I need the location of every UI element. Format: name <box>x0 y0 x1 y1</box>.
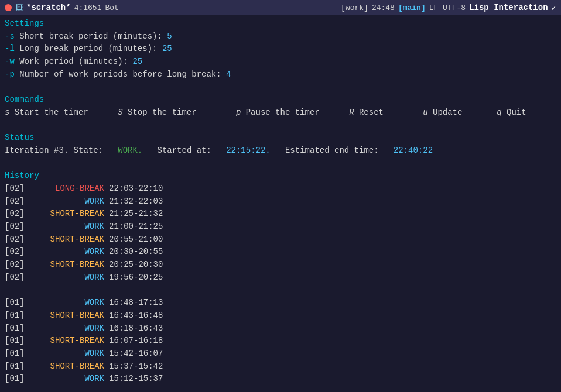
history-row: [02]SHORT-BREAK20:55-21:00 <box>5 233 556 246</box>
history-blank-line <box>5 284 556 297</box>
status-detail: Iteration #3. State: WORK. Started at: 2… <box>5 145 556 157</box>
blank-line-3 <box>5 157 556 170</box>
history-type: LONG-BREAK <box>28 183 104 195</box>
title-bar: 🖾 *scratch* 4:1651 Bot [work] 24:48 [mai… <box>0 0 561 15</box>
history-index: [02] <box>5 246 28 259</box>
history-row: [02]WORK20:30-20:55 <box>5 246 556 259</box>
history-time: 16:43-16:48 <box>109 310 163 322</box>
periods-setting: -p Number of work periods before long br… <box>5 68 556 81</box>
history-index: [02] <box>5 208 28 221</box>
cmd-key-S[interactable]: S <box>118 106 122 119</box>
mode-indicator: Bot <box>105 4 118 12</box>
history-type: SHORT-BREAK <box>28 310 104 322</box>
history-row: [01]WORK16:18-16:43 <box>5 322 556 335</box>
history-time: 15:42-16:07 <box>109 348 163 360</box>
history-row: [02]WORK19:56-20:25 <box>5 271 556 284</box>
cmd-key-p[interactable]: p <box>236 106 241 119</box>
history-type: SHORT-BREAK <box>28 208 104 221</box>
history-type: WORK <box>28 271 104 284</box>
history-time: 16:18-16:43 <box>109 322 163 335</box>
history-index: [01] <box>5 297 28 310</box>
history-rows: [02]LONG-BREAK22:03-22:10[02]WORK21:32-2… <box>5 183 556 386</box>
settings-section: Settings -s Short break period (minutes)… <box>5 18 556 81</box>
history-row: [02]WORK21:32-22:03 <box>5 195 556 208</box>
history-time: 15:37-15:42 <box>109 360 163 373</box>
history-time: 21:32-22:03 <box>109 195 163 208</box>
commands-section: Commands s Start the timer S Stop the ti… <box>5 94 556 119</box>
cmd-reset-label: Reset <box>354 106 423 119</box>
history-index: [02] <box>5 183 28 195</box>
history-row: [01]WORK15:42-16:07 <box>5 348 556 360</box>
history-index: [02] <box>5 221 28 233</box>
history-index: [02] <box>5 233 28 246</box>
long-break-setting: -l Long break period (minutes): 25 <box>5 43 556 56</box>
history-time: 16:07-16:18 <box>109 335 163 348</box>
history-time: 20:55-21:00 <box>109 233 163 246</box>
title-bar-right: [work] 24:48 [main] LF UTF-8 Lisp Intera… <box>341 3 556 13</box>
history-row: [01]SHORT-BREAK16:07-16:18 <box>5 335 556 348</box>
history-index: [01] <box>5 373 28 386</box>
emacs-icon: 🖾 <box>15 4 23 12</box>
cmd-update-label: Update <box>428 106 497 119</box>
cmd-pause-label: Pause the timer <box>241 106 349 119</box>
history-type: WORK <box>28 348 104 360</box>
history-type: WORK <box>28 297 104 310</box>
cmd-start-label: Start the timer <box>9 106 118 119</box>
status-label-line: Status <box>5 132 556 145</box>
history-row: [02]SHORT-BREAK20:25-20:30 <box>5 259 556 271</box>
history-row: [01]WORK15:12-15:37 <box>5 373 556 386</box>
history-type: WORK <box>28 195 104 208</box>
history-index: [01] <box>5 348 28 360</box>
history-row: [02]LONG-BREAK22:03-22:10 <box>5 183 556 195</box>
buffer-name: *scratch* <box>26 3 71 12</box>
history-index: [02] <box>5 195 28 208</box>
encoding: LF UTF-8 <box>429 4 466 12</box>
short-break-setting: -s Short break period (minutes): 5 <box>5 30 556 43</box>
cmd-key-R[interactable]: R <box>349 106 354 119</box>
history-index: [01] <box>5 360 28 373</box>
cmd-stop-label: Stop the timer <box>123 106 236 119</box>
time-display: 24:48 <box>372 4 395 12</box>
history-index: [02] <box>5 259 28 271</box>
history-type: SHORT-BREAK <box>28 335 104 348</box>
history-type: WORK <box>28 221 104 233</box>
history-row: [01]SHORT-BREAK16:43-16:48 <box>5 310 556 322</box>
title-bar-left: 🖾 *scratch* 4:1651 Bot <box>5 3 119 12</box>
history-type: SHORT-BREAK <box>28 360 104 373</box>
blank-line-1 <box>5 81 556 94</box>
history-time: 21:25-21:32 <box>109 208 163 221</box>
history-type: WORK <box>28 246 104 259</box>
window-close-button[interactable] <box>5 4 12 11</box>
history-index: [01] <box>5 322 28 335</box>
cmd-key-u[interactable]: u <box>423 106 427 119</box>
mode-name: Lisp Interaction <box>469 3 548 12</box>
cmd-key-s[interactable]: s <box>5 106 9 119</box>
history-section: History [02]LONG-BREAK22:03-22:10[02]WOR… <box>5 170 556 386</box>
history-row: [02]SHORT-BREAK21:25-21:32 <box>5 208 556 221</box>
history-type: WORK <box>28 322 104 335</box>
history-time: 15:12-15:37 <box>109 373 163 386</box>
history-type: WORK <box>28 373 104 386</box>
status-section: Status Iteration #3. State: WORK. Starte… <box>5 132 556 157</box>
history-row: [02]WORK21:00-21:25 <box>5 221 556 233</box>
history-index: [01] <box>5 335 28 348</box>
history-time: 19:56-20:25 <box>109 271 163 284</box>
editor-content: Settings -s Short break period (minutes)… <box>0 15 561 388</box>
history-type: SHORT-BREAK <box>28 259 104 271</box>
blank-line-2 <box>5 119 556 132</box>
history-time: 20:25-20:30 <box>109 259 163 271</box>
cursor-position: 4:1651 <box>74 4 102 12</box>
history-time: 16:48-17:13 <box>109 297 163 310</box>
history-index: [01] <box>5 310 28 322</box>
history-time: 20:30-20:55 <box>109 246 163 259</box>
commands-row: s Start the timer S Stop the timer p Pau… <box>5 106 556 119</box>
history-time: 22:03-22:10 <box>109 183 163 195</box>
branch-label: [work] <box>341 4 368 12</box>
history-row: [01]WORK16:48-17:13 <box>5 297 556 310</box>
history-time: 21:00-21:25 <box>109 221 163 233</box>
checkmark-icon: ✓ <box>552 3 556 13</box>
main-branch: [main] <box>398 4 426 12</box>
history-row: [01]SHORT-BREAK15:37-15:42 <box>5 360 556 373</box>
history-label-line: History <box>5 170 556 183</box>
cmd-key-q[interactable]: q <box>497 106 501 119</box>
